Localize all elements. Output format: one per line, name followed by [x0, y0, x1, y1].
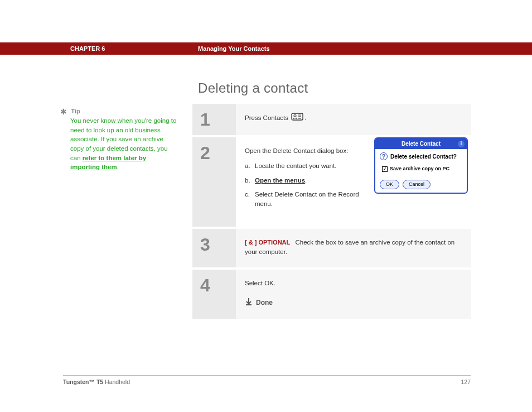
info-icon[interactable]: i: [458, 141, 465, 147]
step1-text-after: .: [304, 114, 306, 121]
done-label: Done: [256, 298, 273, 308]
sub-text: Select Delete Contact on the Record menu…: [255, 191, 359, 207]
step-body: Select OK. Done: [236, 270, 471, 319]
open-menus-link[interactable]: Open the menus: [255, 177, 305, 184]
ok-button[interactable]: OK: [380, 180, 399, 190]
dialog-title: Delete Contact: [402, 140, 441, 148]
page-number: 127: [461, 379, 471, 385]
sub-letter: b.: [245, 176, 250, 185]
tip-body: You never know when you're going to need…: [70, 116, 177, 172]
step-body: Open the Delete Contact dialog box: a. L…: [236, 137, 471, 227]
question-icon: ?: [380, 152, 388, 160]
delete-contact-dialog: Delete Contact i ? Delete selected Conta…: [374, 137, 468, 194]
dialog-message-row: ? Delete selected Contact?: [380, 152, 462, 161]
footer-divider: [63, 375, 471, 376]
tip-label: Tip: [71, 108, 80, 114]
step-number: 3: [200, 236, 228, 253]
step-number-cell: 1: [192, 104, 236, 135]
tip-text-suffix: .: [117, 164, 119, 170]
product-name: Tungsten™ T5 Handheld: [63, 379, 130, 385]
dialog-body: ? Delete selected Contact? ✓ Save archiv…: [375, 149, 467, 180]
step-row: 3 [ & ] OPTIONAL Check the box to save a…: [192, 229, 471, 267]
dialog-titlebar: Delete Contact i: [375, 138, 467, 149]
step-number-cell: 4: [192, 270, 236, 319]
checkbox-icon[interactable]: ✓: [382, 166, 388, 172]
sub-item: c. Select Delete Contact on the Record m…: [245, 190, 365, 209]
tip-star-icon: ✱: [60, 107, 67, 116]
chapter-number: CHAPTER 6: [70, 45, 105, 52]
step4-text: Select OK.: [245, 279, 462, 288]
step-body: Press Contacts .: [236, 104, 471, 135]
done-row: Done: [245, 297, 462, 309]
step1-text-before: Press Contacts: [245, 114, 290, 121]
sub-letter: a.: [245, 161, 250, 171]
optional-tag: [ & ] OPTIONAL: [245, 239, 290, 246]
checkbox-label: Save archive copy on PC: [390, 165, 449, 173]
done-arrow-icon: [245, 297, 253, 309]
page-title: Deleting a contact: [198, 80, 308, 96]
step-number-cell: 3: [192, 229, 236, 267]
sub-text: Locate the contact you want.: [255, 162, 336, 169]
sub-letter: c.: [245, 190, 250, 199]
contacts-icon: [291, 113, 303, 123]
tip-sidebar: ✱ Tip You never know when you're going t…: [60, 107, 177, 172]
step-number: 2: [200, 144, 228, 162]
sub-suffix: .: [305, 177, 307, 184]
step-body: [ & ] OPTIONAL Check the box to save an …: [236, 229, 471, 267]
step-row: 1 Press Contacts .: [192, 104, 471, 135]
step-row: 2 Open the Delete Contact dialog box: a.…: [192, 137, 471, 227]
product-bold: Tungsten™ T5: [63, 379, 103, 385]
sub-item: a. Locate the contact you want.: [245, 161, 365, 171]
archive-checkbox-row[interactable]: ✓ Save archive copy on PC: [382, 165, 462, 173]
chapter-title: Managing Your Contacts: [198, 45, 270, 52]
dialog-message: Delete selected Contact?: [390, 152, 457, 161]
steps-list: 1 Press Contacts . 2 Open the Delete Con…: [192, 104, 471, 321]
page-footer: Tungsten™ T5 Handheld 127: [63, 379, 471, 385]
sub-item: b. Open the menus.: [245, 176, 365, 185]
step2-sublist: a. Locate the contact you want. b. Open …: [245, 161, 365, 209]
step-number-cell: 2: [192, 137, 236, 227]
chapter-header: CHAPTER 6 Managing Your Contacts: [0, 42, 532, 55]
product-rest: Handheld: [103, 379, 130, 385]
cancel-button[interactable]: Cancel: [403, 180, 431, 190]
step-number: 4: [200, 276, 228, 294]
step-number: 1: [200, 111, 228, 128]
dialog-buttons: OK Cancel: [375, 180, 467, 193]
svg-point-1: [294, 115, 296, 117]
step-row: 4 Select OK. Done: [192, 270, 471, 319]
step2-intro: Open the Delete Contact dialog box:: [245, 146, 365, 156]
